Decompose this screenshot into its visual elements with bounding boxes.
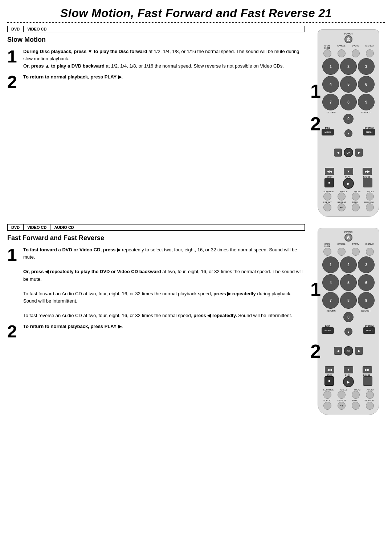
fast-forward-section: DVD VIDEO CD AUDIO CD Fast Forward and F…	[0, 224, 392, 415]
btn-1-1[interactable]: 1	[322, 58, 339, 75]
step-overlay-2: 2	[310, 113, 321, 135]
disc-menu-btn-1[interactable]: MENU	[322, 129, 334, 135]
title-btn-2[interactable]	[352, 402, 360, 410]
angle-btn-2[interactable]	[338, 391, 346, 399]
repeat-btn-2[interactable]: A-B	[338, 402, 346, 410]
play-btn-1[interactable]: ▶	[343, 178, 354, 189]
system-menu-btn-2[interactable]: MENU	[363, 327, 375, 334]
videocd-badge-2: VIDEO CD	[24, 224, 50, 230]
left-btn-2[interactable]: ◀	[334, 347, 342, 355]
left-btn-1[interactable]: ◀	[334, 149, 342, 157]
btn-8-1[interactable]: 8	[340, 94, 357, 110]
right-btn-2[interactable]: ▶	[355, 347, 363, 355]
btn-4-1[interactable]: 4	[322, 76, 339, 93]
open-close-label: OPEN/CLOSE	[322, 45, 333, 49]
play-btn-2[interactable]: ▶	[343, 376, 354, 387]
ok-btn-2[interactable]: OK	[344, 346, 353, 356]
btn-3-2[interactable]: 3	[358, 256, 375, 273]
display-label: DISPLAY	[364, 45, 375, 49]
cancel-btn-2[interactable]	[338, 248, 346, 256]
step-overlay-4: 2	[310, 340, 321, 362]
dvdtv-btn-2[interactable]	[352, 248, 360, 256]
btn-4-2[interactable]: 4	[322, 274, 339, 291]
btn-2-2[interactable]: 2	[340, 256, 357, 273]
step-overlay-1: 1	[310, 80, 321, 102]
open-close-btn-1[interactable]	[323, 49, 331, 57]
num-grid-1: 1 2 3 4 5 6 7 8 9	[320, 58, 377, 110]
btn-7-1[interactable]: 7	[322, 94, 339, 110]
down-btn-2[interactable]: ▼	[344, 366, 353, 373]
open-close-label-2: OPEN/CLOSE	[322, 243, 333, 247]
zero-btn-2[interactable]: 0	[343, 312, 354, 322]
subtitle-btn-1[interactable]	[323, 193, 331, 200]
power-button-2[interactable]: ⏻	[344, 234, 352, 242]
repeat-ab-btn-2[interactable]	[323, 402, 331, 410]
search-label-2: SEARCH	[361, 310, 370, 312]
btn-7-2[interactable]: 7	[322, 292, 339, 309]
num-grid-2: 1 2 3 4 5 6 7 8 9	[320, 256, 377, 309]
open-close-btn-2[interactable]	[323, 248, 331, 256]
remote-2-wrapper: 1 2 POWER ⏻ OPEN/CLOSE CANCEL DVD/TV DIS…	[318, 228, 379, 415]
btn-5-1[interactable]: 5	[340, 76, 357, 93]
rewind-btn-2[interactable]: ◀◀	[325, 366, 334, 373]
remote-2: POWER ⏻ OPEN/CLOSE CANCEL DVD/TV DISPLAY	[318, 228, 379, 415]
disc-menu-btn-2[interactable]: MENU	[322, 327, 334, 334]
btn-5-2[interactable]: 5	[340, 274, 357, 291]
zoom-btn-1[interactable]	[352, 193, 360, 200]
btn-9-2[interactable]: 9	[358, 292, 375, 309]
pause-btn-1[interactable]: ⏸	[363, 178, 372, 187]
ff-step-2-text: To return to normal playback, press PLAY…	[23, 323, 123, 330]
up-btn-1[interactable]: ▲	[344, 129, 352, 137]
preview-btn-2[interactable]	[366, 402, 374, 410]
btn-2-1[interactable]: 2	[340, 58, 357, 75]
cancel-btn-1[interactable]	[338, 49, 346, 57]
slow-motion-step-1: 1 During Disc playback, press ▼ to play …	[7, 48, 305, 70]
system-menu-btn-1[interactable]: MENU	[363, 129, 375, 135]
display-btn-1[interactable]	[366, 49, 374, 57]
btn-9-1[interactable]: 9	[358, 94, 375, 110]
down-btn-1[interactable]: ▼	[344, 168, 353, 175]
preview-btn-1[interactable]	[366, 203, 374, 211]
btn-1-2[interactable]: 1	[322, 256, 339, 273]
ff-step-1-bold1: To fast forward a DVD or Video CD, press…	[23, 247, 121, 252]
title-text: Slow Motion, Fast Forward and Fast Rever…	[60, 7, 315, 20]
ff-step-1-text: To fast forward a DVD or Video CD, press…	[23, 246, 305, 319]
pause-btn-2[interactable]: ⏸	[363, 376, 372, 386]
zero-btn-1[interactable]: 0	[343, 114, 354, 124]
rewind-btn-1[interactable]: ◀◀	[325, 168, 334, 175]
dvdtv-btn-1[interactable]	[352, 49, 360, 57]
stop-btn-1[interactable]: ■	[324, 178, 334, 187]
angle-btn-1[interactable]	[338, 193, 346, 200]
system-label-1: SYSTEM	[363, 127, 375, 129]
right-btn-1[interactable]: ▶	[355, 149, 363, 157]
fast-forward-step-2: 2 To return to normal playback, press PL…	[7, 323, 305, 340]
up-btn-2[interactable]: ▲	[344, 328, 352, 336]
stop-btn-2[interactable]: ■	[324, 376, 334, 386]
ok-btn-1[interactable]: OK	[344, 148, 353, 157]
btn-6-1[interactable]: 6	[358, 76, 375, 93]
repeat-ab-btn-1[interactable]	[323, 203, 331, 211]
ff-btn-1[interactable]: ▶▶	[363, 168, 372, 175]
display-btn-2[interactable]	[366, 248, 374, 256]
repeat-btn-1[interactable]: A-B	[338, 203, 346, 211]
audio-btn-1[interactable]	[366, 193, 374, 200]
audio-btn-2[interactable]	[366, 391, 374, 399]
btn-6-2[interactable]: 6	[358, 274, 375, 291]
ff-btn-2[interactable]: ▶▶	[363, 366, 372, 373]
subtitle-btn-2[interactable]	[323, 391, 331, 399]
slow-motion-section: DVD VIDEO CD Slow Motion 1 During Disc p…	[0, 26, 392, 217]
disc-system-row-2: DISC MENU ▲ SYSTEM MENU	[320, 323, 377, 336]
dpad-1: ◀ OK ▶	[334, 138, 363, 167]
step-1-bold2: Or, press ▲ to play a DVD backward	[23, 63, 105, 69]
zoom-btn-2[interactable]	[352, 391, 360, 399]
dvd-badge-2: DVD	[8, 224, 24, 230]
step-1-number: 1	[7, 48, 20, 65]
remote-1-wrapper: 1 2 POWER ⏻ OPEN/CLOSE CANCEL DVD/TV DIS…	[318, 29, 379, 217]
transport-row1-1: ◀◀ ▼ ▶▶	[320, 168, 377, 175]
btn-3-1[interactable]: 3	[358, 58, 375, 75]
dvd-badge-1: DVD	[8, 26, 24, 32]
title-btn-1[interactable]	[352, 203, 360, 211]
power-button-1[interactable]: ⏻	[344, 35, 352, 43]
btn-8-2[interactable]: 8	[340, 292, 357, 309]
dpad-area-1: ◀ OK ▶	[320, 138, 377, 167]
